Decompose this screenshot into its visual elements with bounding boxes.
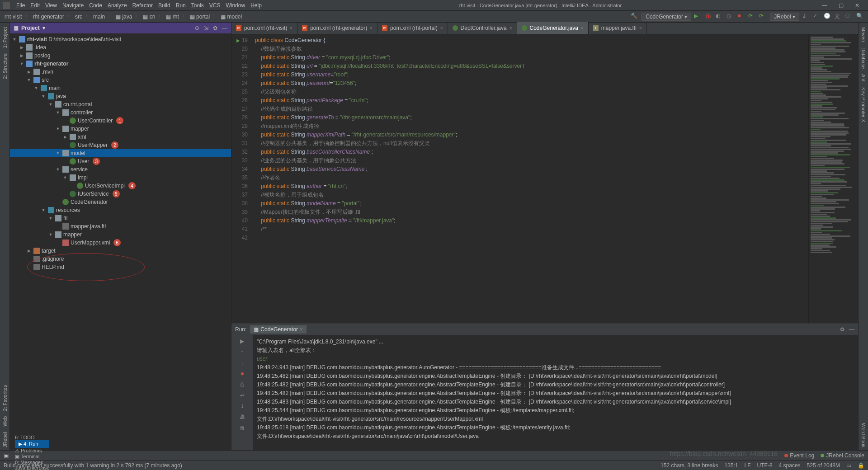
breadcrumb-item[interactable]: main [92,14,106,20]
tree-node[interactable]: UserController1 [10,117,231,125]
rerun-button[interactable]: ▶ [238,337,247,346]
debug-button[interactable]: 🐞 [705,13,713,21]
maximize-button[interactable]: ▢ [833,2,849,9]
tree-node[interactable]: UserMapper.xml6 [10,239,231,247]
bottom-tab[interactable]: ⚠ Problems [15,448,49,454]
tree-node[interactable]: ▼src [10,76,231,84]
minimize-button[interactable]: — [816,2,833,9]
status-item[interactable]: LF [745,462,751,469]
search-icon[interactable]: ⧃ [845,13,854,21]
tree-node[interactable]: UserServiceImpl4 [10,182,231,190]
tool-tab[interactable]: 1: Project [1,24,9,51]
menu-view[interactable]: View [42,1,60,9]
tool-tab[interactable]: 2: Structure [1,51,9,82]
tree-node[interactable]: mapper.java.ftl [10,222,231,230]
tree-node[interactable]: ▼model [10,149,231,157]
menu-edit[interactable]: Edit [28,1,42,9]
menu-analyze[interactable]: Analyze [105,1,130,9]
run-config-selector[interactable]: CodeGenerator ▾ [642,13,691,21]
tool-tab[interactable]: Word Book [860,420,867,450]
menu-help[interactable]: Help [248,1,264,9]
breadcrumb-item[interactable]: ▦ portal [189,14,211,20]
memory-indicator[interactable]: ▭ [846,462,851,469]
menu-build[interactable]: Build [156,1,173,9]
bottom-tab[interactable]: ▶ 4: Run [15,440,49,448]
tree-node[interactable]: ▶.mvn [10,68,231,76]
coverage-button[interactable]: ◐ [716,13,724,21]
tool-tab[interactable]: Key Promoter X [860,85,867,125]
git-pull-icon[interactable]: ⤓ [802,13,810,21]
down-icon[interactable]: ↓ [238,358,247,367]
editor-tab[interactable]: DeptController.java× [448,22,517,34]
status-item[interactable]: 152 chars, 3 line breaks [660,462,718,469]
close-button[interactable]: ✕ [849,2,865,9]
lock-icon[interactable]: 🔒 [858,462,864,469]
tree-node[interactable]: IUserService5 [10,190,231,198]
tree-node[interactable]: ▼service [10,165,231,174]
breadcrumb-item[interactable]: ▦ cn [142,14,156,20]
editor-tab[interactable]: mpom.xml (rht-generator)× [297,22,377,34]
menu-file[interactable]: File [14,1,28,9]
tree-node[interactable]: User3 [10,157,231,165]
dropdown-icon[interactable]: ▾ [42,25,45,31]
print-icon[interactable]: 🖶 [238,413,247,422]
run-button[interactable]: ▶ [694,13,702,21]
tree-node[interactable]: ▼ftl [10,214,231,222]
up-icon[interactable]: ↑ [238,348,247,357]
minimap[interactable] [808,34,858,324]
event-log-button[interactable]: Event Log [784,452,814,459]
hide-icon[interactable]: — [849,326,854,333]
tree-node[interactable]: ▼mapper [10,125,231,133]
breadcrumb-item[interactable]: ▦ model [220,14,243,20]
code-editor[interactable]: ▶ 19202122232425262728293031323334353637… [231,34,858,324]
wrap-icon[interactable]: ↩ [238,391,247,400]
jr-icon[interactable]: ⟳ [748,13,756,21]
tree-node[interactable]: ▼controller [10,108,231,117]
tree-node[interactable]: ▼resources [10,206,231,214]
tree-node[interactable]: ▼java [10,92,231,100]
console-output[interactable]: "C:\Program Files\Java\jdk1.8.0_231\bin\… [253,335,858,450]
run-tab[interactable]: ▦ CodeGenerator × [250,325,307,334]
menu-navigate[interactable]: Navigate [60,1,86,9]
menu-vcs[interactable]: VCS [207,1,223,9]
translate-icon[interactable]: 文 [835,13,843,21]
breadcrumb-item[interactable]: ▦ rht [165,14,179,20]
breadcrumb-item[interactable]: src [74,14,83,20]
tool-tab[interactable]: Database [860,45,867,71]
git-commit-icon[interactable]: ✓ [813,13,821,21]
close-icon[interactable]: × [290,26,292,31]
git-history-icon[interactable]: 🕘 [824,13,832,21]
hammer-icon[interactable]: 🔨 [631,13,639,21]
tree-node[interactable]: ▼mapper [10,230,231,239]
stop-icon[interactable]: ■ [238,369,247,378]
tree-node[interactable]: ▼cn.rht.portal [10,100,231,108]
bottom-tab[interactable]: ▣ Terminal [15,454,49,460]
jr-icon2[interactable]: ⟳ [759,13,767,21]
tool-tab[interactable]: JRebel [1,429,9,450]
menu-run[interactable]: Run [173,1,189,9]
breadcrumb-item[interactable]: rht-generator [32,14,65,20]
select-open-file-icon[interactable]: ⊙ [195,25,199,31]
status-item[interactable]: 4 spaces [779,462,801,469]
menu-refactor[interactable]: Refactor [130,1,156,9]
jrebel-selector[interactable]: JRebel ▾ [770,13,799,21]
menu-code[interactable]: Code [86,1,105,9]
tree-node[interactable]: ▼rht-generator [10,60,231,68]
filter-icon[interactable]: ⎙ [238,380,247,389]
tool-tab[interactable]: Maven [860,24,867,45]
tree-node[interactable]: ▼impl [10,174,231,182]
tool-windows-icon[interactable]: ▣ [4,452,9,459]
profiler-button[interactable]: ◷ [726,13,735,21]
search-everywhere-icon[interactable]: 🔍 [856,13,864,21]
bottom-tab[interactable]: 6: TODO [15,435,49,440]
hide-icon[interactable]: — [222,25,227,31]
menu-tools[interactable]: Tools [189,1,207,9]
stop-button[interactable]: ■ [737,13,745,21]
code-area[interactable]: public class CodeGenerator { //数据库连接参数 p… [251,34,808,324]
tool-tab[interactable]: 2: Favorites [1,382,9,414]
tree-node[interactable]: CodeGenerator [10,198,231,206]
tool-tab[interactable]: Web [1,414,9,429]
tree-root[interactable]: ▼rht-visit D:\rht\workspace\ideal\rht-vi… [10,35,231,43]
editor-tab[interactable]: fmapper.java.ftl× [589,22,647,34]
tree-node[interactable]: ▶xml [10,133,231,141]
